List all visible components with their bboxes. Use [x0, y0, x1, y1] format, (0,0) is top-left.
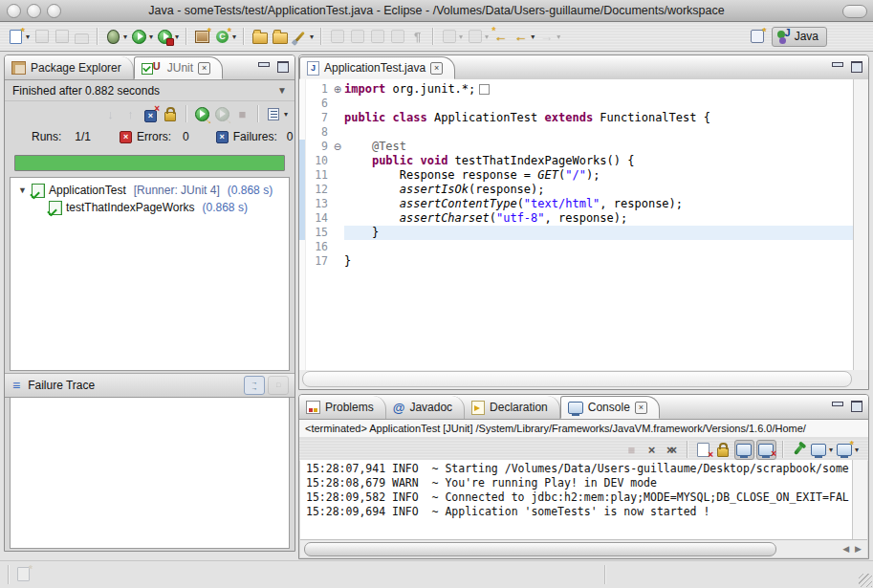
editor-body[interactable]: 1⊕import org.junit.*;67public class Appl… [299, 79, 854, 370]
view-menu-icon[interactable] [265, 105, 283, 123]
minimize-view-button[interactable] [258, 62, 270, 67]
current-line[interactable]: } [344, 226, 854, 240]
maximize-editor-button[interactable] [851, 61, 862, 73]
junit-test-tree[interactable]: ▼ ApplicationTest [Runner: JUnit 4] (0.8… [10, 177, 290, 371]
code-line[interactable]: 11 Response response = GET("/"); [305, 168, 854, 183]
editor-horizontal-scrollbar[interactable] [302, 371, 852, 387]
code-lines[interactable]: 1⊕import org.junit.*;67public class Appl… [305, 79, 854, 370]
code-line[interactable]: 17} [305, 254, 854, 269]
tab-problems[interactable]: Problems [299, 396, 386, 419]
code-line[interactable]: 14 assertCharset("utf-8", response); [305, 211, 854, 226]
last-edit-location-icon[interactable]: ←* [491, 28, 510, 46]
code-text[interactable]: @Test [344, 140, 854, 154]
tree-row-test[interactable]: testThatIndexPageWorks (0.868 s) [11, 199, 289, 216]
code-line[interactable]: 12 assertIsOk(response); [305, 183, 854, 197]
display-selected-console-dropdown-icon[interactable]: ▾ [829, 446, 833, 454]
code-line[interactable]: 8 [305, 125, 854, 140]
tab-console[interactable]: Console × [560, 396, 660, 419]
tab-package-explorer[interactable]: Package Explorer [5, 56, 134, 79]
code-line[interactable]: 13 assertContentType("text/html", respon… [305, 197, 854, 211]
code-line[interactable]: 6 [305, 97, 854, 111]
open-perspective-icon[interactable]: * [749, 28, 767, 46]
show-stderr-when-changed-icon[interactable]: × [756, 440, 776, 460]
close-editor-tab-icon[interactable]: × [430, 62, 443, 75]
code-line[interactable]: 7public class ApplicationTest extends Fu… [305, 111, 854, 125]
title-bar[interactable]: Java - someTests/test/ApplicationTest.ja… [0, 0, 873, 22]
open-console-dropdown-icon[interactable]: ▾ [855, 446, 859, 454]
tab-declaration[interactable]: Declaration [465, 396, 560, 419]
tab-junit[interactable]: U JUnit × [134, 56, 223, 79]
back-icon[interactable]: ← [512, 28, 530, 46]
pin-console-icon[interactable] [790, 441, 808, 459]
run-icon[interactable] [130, 28, 148, 46]
code-text[interactable]: Response response = GET("/"); [344, 168, 854, 183]
maximize-view-button[interactable] [277, 61, 289, 73]
run-external-tools-dropdown-icon[interactable]: ▾ [175, 33, 179, 41]
scrollbar-thumb[interactable] [304, 542, 776, 556]
show-trace-in-console-button[interactable]: →→ [244, 376, 265, 395]
scroll-right-arrow-icon[interactable]: ▶ [855, 544, 862, 554]
java-search-icon[interactable] [291, 28, 309, 46]
code-text[interactable]: assertIsOk(response); [344, 183, 854, 197]
back-dropdown-icon[interactable]: ▾ [531, 33, 535, 41]
close-window-button[interactable] [7, 4, 21, 18]
code-text[interactable]: import org.junit.*; [344, 82, 854, 97]
scroll-lock-icon[interactable] [714, 441, 732, 459]
code-text[interactable]: assertCharset("utf-8", response); [344, 211, 854, 226]
tab-javadoc[interactable]: @ Javadoc [386, 396, 465, 419]
new-wizard-dropdown-icon[interactable]: ▾ [26, 33, 30, 41]
remove-launch-icon[interactable]: × [643, 441, 661, 459]
scroll-lock-icon[interactable] [162, 105, 180, 123]
tree-row-suite[interactable]: ▼ ApplicationTest [Runner: JUnit 4] (0.8… [11, 182, 289, 199]
remove-all-terminated-icon[interactable]: ×× [663, 441, 681, 459]
code-text[interactable]: public class ApplicationTest extends Fun… [344, 111, 854, 125]
code-line[interactable]: 1⊕import org.junit.*; [305, 82, 854, 97]
close-junit-tab-icon[interactable]: × [198, 62, 210, 75]
console-vertical-scrollbar[interactable] [852, 460, 867, 540]
open-resource-icon[interactable] [271, 28, 289, 46]
code-text[interactable] [344, 97, 854, 111]
new-java-class-dropdown-icon[interactable]: ▾ [232, 33, 236, 41]
zoom-window-button[interactable] [47, 4, 61, 18]
java-search-dropdown-icon[interactable]: ▾ [310, 33, 314, 41]
view-menu-chevron-icon[interactable]: ▼ [277, 85, 287, 96]
tab-applicationtest-java[interactable]: J ApplicationTest.java × [299, 56, 455, 79]
show-stdout-when-changed-icon[interactable] [734, 440, 754, 460]
code-text[interactable]: assertContentType("text/html", response)… [344, 197, 854, 211]
code-line[interactable]: 16 [305, 240, 854, 254]
scroll-left-arrow-icon[interactable]: ◀ [842, 544, 849, 554]
code-line[interactable]: 10 public void testThatIndexPageWorks() … [305, 154, 854, 168]
toolbar-toggle-button[interactable] [842, 5, 867, 18]
console-output[interactable]: 15:28:07,941 INFO ~ Starting /Volumes/Da… [300, 460, 853, 540]
run-external-tools-icon[interactable] [156, 28, 174, 46]
code-text[interactable] [344, 240, 854, 254]
new-java-project-icon[interactable]: * [193, 28, 211, 46]
minimize-editor-button[interactable] [832, 62, 843, 67]
minimize-console-button[interactable] [832, 402, 843, 406]
editor-vertical-scrollbar[interactable] [853, 79, 868, 370]
java-perspective-button[interactable]: J Java [772, 27, 827, 47]
close-console-tab-icon[interactable]: × [635, 402, 647, 414]
fold-collapsed-icon[interactable]: ⊕ [331, 82, 344, 97]
clear-console-icon[interactable]: × [694, 441, 712, 459]
run-dropdown-icon[interactable]: ▾ [149, 33, 153, 41]
expand-collapse-icon[interactable]: ▼ [18, 185, 28, 195]
debug-dropdown-icon[interactable]: ▾ [123, 33, 127, 41]
code-line[interactable]: 15 } [305, 226, 854, 240]
new-wizard-icon[interactable]: * [7, 28, 25, 46]
open-type-icon[interactable] [251, 28, 269, 46]
fold-expanded-icon[interactable]: ⊖ [331, 140, 344, 154]
folded-code-icon[interactable] [479, 84, 490, 95]
failure-trace-menu-icon[interactable]: ≡ [12, 380, 20, 391]
console-horizontal-scrollbar[interactable]: ◀ ▶ [300, 539, 867, 557]
show-failures-only-icon[interactable]: ×× [142, 105, 160, 123]
failure-trace-body[interactable] [10, 397, 290, 549]
window-resize-grip[interactable] [859, 574, 872, 587]
rerun-test-icon[interactable]: → [193, 105, 211, 123]
open-console-icon[interactable]: * [836, 441, 854, 459]
view-menu-dropdown-icon[interactable]: ▾ [284, 110, 288, 119]
code-text[interactable]: } [344, 254, 854, 269]
maximize-console-button[interactable] [851, 401, 862, 412]
debug-icon[interactable] [104, 28, 122, 46]
display-selected-console-icon[interactable] [810, 441, 828, 459]
